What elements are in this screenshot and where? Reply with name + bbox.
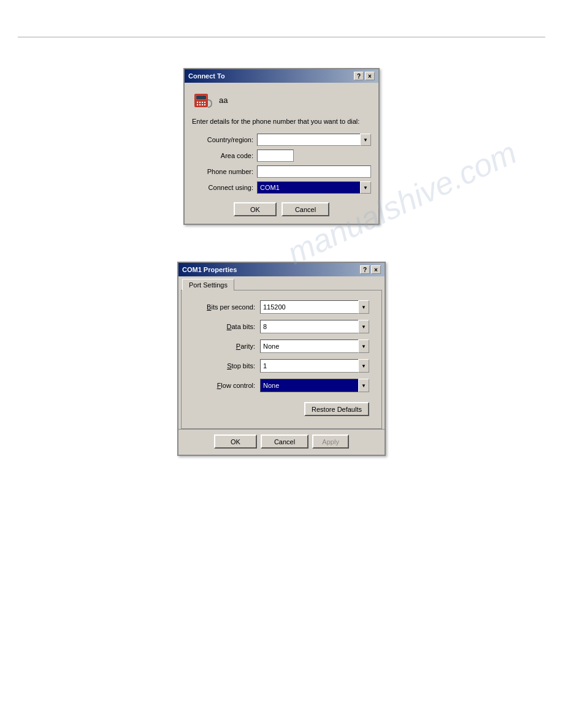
close-button[interactable]: × bbox=[365, 72, 375, 80]
com1-properties-dialog: COM1 Properties ? × Port Settings Bits p… bbox=[177, 262, 386, 456]
connect-to-titlebar: Connect To ? × bbox=[185, 69, 378, 83]
data-bits-row: Data bits: 8 ▼ bbox=[194, 320, 369, 333]
connect-using-value: COM1 bbox=[257, 181, 371, 194]
connect-icon-label: aa bbox=[219, 96, 228, 105]
svg-point-9 bbox=[202, 104, 203, 105]
svg-point-6 bbox=[204, 102, 205, 103]
svg-point-7 bbox=[197, 104, 198, 105]
connect-ok-button[interactable]: OK bbox=[234, 202, 277, 216]
bits-per-second-select[interactable]: 115200 bbox=[260, 300, 369, 314]
com1props-title: COM1 Properties bbox=[182, 266, 237, 273]
bits-label-text: Bits per second: bbox=[207, 303, 255, 311]
connect-to-title: Connect To bbox=[188, 72, 225, 80]
phone-icon-svg bbox=[192, 89, 214, 111]
data-bits-select[interactable]: 8 bbox=[260, 320, 369, 333]
stop-bits-select[interactable]: 1 bbox=[260, 359, 369, 373]
help-button[interactable]: ? bbox=[354, 72, 364, 80]
country-region-select[interactable] bbox=[257, 134, 371, 146]
svg-point-8 bbox=[199, 104, 201, 105]
com1props-bottom-buttons: OK Cancel Apply bbox=[178, 429, 385, 455]
area-code-input[interactable] bbox=[257, 150, 294, 162]
connect-cancel-button[interactable]: Cancel bbox=[282, 202, 329, 216]
svg-rect-2 bbox=[196, 96, 206, 99]
country-region-select-wrapper[interactable]: ▼ bbox=[257, 134, 371, 146]
bits-b-letter: B bbox=[207, 303, 211, 311]
bits-per-second-label: Bits per second: bbox=[194, 303, 255, 311]
connect-using-arrow: ▼ bbox=[360, 181, 371, 194]
flow-control-value: None bbox=[260, 379, 369, 392]
flow-control-label: Flow control: bbox=[194, 382, 255, 389]
connect-dialog-buttons: OK Cancel bbox=[192, 202, 371, 216]
connect-using-select-wrapper[interactable]: COM1 ▼ bbox=[257, 181, 371, 194]
com1props-tab-bar: Port Settings bbox=[178, 276, 385, 290]
parity-row: Parity: None ▼ bbox=[194, 339, 369, 353]
restore-defaults-area: Restore Defaults bbox=[194, 402, 369, 416]
parity-label: Parity: bbox=[194, 343, 255, 350]
com1props-help-button[interactable]: ? bbox=[360, 265, 370, 274]
flow-control-select-wrapper[interactable]: None ▼ bbox=[260, 379, 369, 392]
com1props-close-button[interactable]: × bbox=[371, 265, 381, 274]
phone-number-label: Phone number: bbox=[192, 168, 253, 175]
country-region-label: Country/region: bbox=[192, 136, 253, 143]
stop-bits-label: Stop bits: bbox=[194, 362, 255, 370]
area-code-label: Area code: bbox=[192, 152, 253, 159]
connect-to-body: aa Enter details for the phone number th… bbox=[185, 83, 378, 224]
svg-point-4 bbox=[199, 102, 201, 103]
parity-label-text: Parity: bbox=[236, 343, 255, 350]
connect-header: aa bbox=[192, 89, 371, 111]
svg-point-10 bbox=[204, 104, 205, 105]
bits-per-second-row: Bits per second: 115200 ▼ bbox=[194, 300, 369, 314]
page-container: Connect To ? × bbox=[0, 0, 563, 728]
phone-number-input[interactable] bbox=[257, 165, 371, 178]
port-settings-tab[interactable]: Port Settings bbox=[182, 279, 234, 290]
com1props-titlebar-buttons: ? × bbox=[360, 265, 381, 274]
stop-label-text: Stop bits: bbox=[227, 362, 255, 370]
titlebar-buttons: ? × bbox=[354, 72, 375, 80]
com1props-apply-button: Apply bbox=[312, 434, 349, 449]
svg-point-3 bbox=[197, 102, 198, 103]
data-bits-select-wrapper[interactable]: 8 ▼ bbox=[260, 320, 369, 333]
com1props-cancel-button[interactable]: Cancel bbox=[261, 434, 308, 449]
country-region-row: Country/region: ▼ bbox=[192, 134, 371, 146]
data-bits-label: Data bits: bbox=[194, 323, 255, 330]
stop-bits-select-wrapper[interactable]: 1 ▼ bbox=[260, 359, 369, 373]
svg-point-5 bbox=[202, 102, 203, 103]
phone-number-row: Phone number: bbox=[192, 165, 371, 178]
top-divider bbox=[18, 37, 545, 37]
data-label-text: Data bits: bbox=[227, 323, 255, 330]
restore-defaults-button[interactable]: Restore Defaults bbox=[304, 402, 369, 416]
stop-bits-row: Stop bits: 1 ▼ bbox=[194, 359, 369, 373]
parity-select[interactable]: None bbox=[260, 339, 369, 353]
flow-label-text: Flow control: bbox=[217, 382, 255, 389]
phone-icon bbox=[192, 89, 214, 111]
flow-control-row: Flow control: None ▼ bbox=[194, 379, 369, 392]
com1props-ok-button[interactable]: OK bbox=[214, 434, 257, 449]
parity-select-wrapper[interactable]: None ▼ bbox=[260, 339, 369, 353]
connect-using-label: Connect using: bbox=[192, 184, 253, 191]
area-code-row: Area code: bbox=[192, 150, 371, 162]
connect-description: Enter details for the phone number that … bbox=[192, 117, 371, 126]
bits-per-second-select-wrapper[interactable]: 115200 ▼ bbox=[260, 300, 369, 314]
connect-using-row: Connect using: COM1 ▼ bbox=[192, 181, 371, 194]
connect-to-dialog: Connect To ? × bbox=[183, 68, 380, 225]
port-settings-panel: Bits per second: 115200 ▼ Data bits: 8 bbox=[181, 290, 382, 429]
com1props-titlebar: COM1 Properties ? × bbox=[178, 263, 385, 276]
